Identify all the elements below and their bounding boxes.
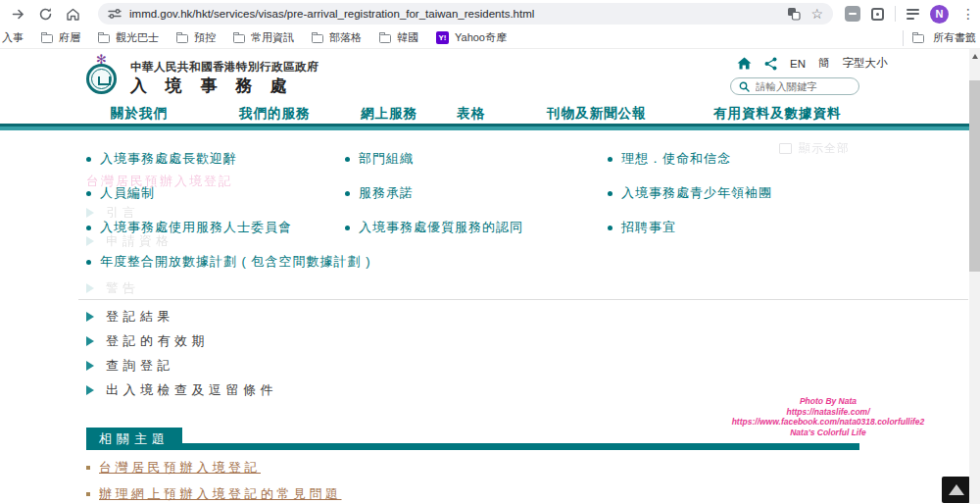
bookmark-star-icon[interactable]: ☆	[810, 6, 823, 22]
menu-item[interactable]: 年度整合開放數據計劃 ( 包含空間數據計劃 )	[86, 255, 371, 269]
folder-icon	[98, 34, 110, 43]
menu-item[interactable]: 部門組織	[345, 152, 523, 166]
browser-window: immd.gov.hk/hkt/services/visas/pre-arriv…	[0, 0, 980, 504]
menu-column-1: 入境事務處處長歡迎辭 人員編制 入境事務處使用服務人士委員會 年度整合開放數據計…	[86, 152, 371, 289]
url-text[interactable]: immd.gov.hk/hkt/services/visas/pre-arriv…	[129, 8, 787, 20]
menu-item[interactable]: 招聘事宜	[608, 221, 772, 234]
toolbar-separator	[895, 6, 896, 22]
bullet-icon	[86, 226, 91, 230]
extension-icon-2[interactable]	[871, 8, 884, 21]
nav-online-services[interactable]: 網上服務	[361, 105, 417, 123]
nav-about-us[interactable]: 關於我們	[111, 105, 168, 123]
bookmark-yahoo[interactable]: Y!Yahoo奇摩	[436, 30, 507, 45]
search-input[interactable]	[756, 80, 849, 92]
section-link[interactable]: 登記的有效期	[86, 333, 277, 348]
bookmark-folder[interactable]: 觀光巴士	[98, 30, 159, 45]
back-to-top-button[interactable]	[942, 477, 970, 503]
bullet-icon	[608, 191, 612, 196]
related-link[interactable]: 台灣居民預辦入境登記	[99, 459, 261, 477]
section-link[interactable]: 出入境檢查及逗留條件	[86, 382, 277, 397]
content-divider	[78, 299, 968, 300]
scrollbar-up-arrow[interactable]	[972, 54, 978, 59]
nav-publications[interactable]: 刊物及新聞公報	[547, 105, 647, 123]
menu-column-2: 部門組織 服務承諾 入境事務處優質服務的認同	[345, 152, 523, 255]
photo-watermark: Photo By Nata https://nataslife.com/ htt…	[652, 396, 980, 437]
nav-forms[interactable]: 表格	[457, 105, 485, 123]
page-sections: 登記結果 登記的有效期 查詢登記 出入境檢查及逗留條件	[86, 309, 277, 407]
all-bookmarks[interactable]: 所有書籤	[903, 30, 976, 46]
menu-item[interactable]: 人員編制	[86, 186, 371, 200]
related-link[interactable]: 辦理網上預辦入境登記的常見問題	[99, 485, 342, 503]
browser-toolbar: immd.gov.hk/hkt/services/visas/pre-arriv…	[0, 0, 980, 27]
site-search[interactable]	[730, 77, 859, 95]
related-topics-title: 相關主題	[86, 428, 182, 450]
arrow-icon	[86, 385, 94, 395]
nav-useful-info[interactable]: 有用資料及數據資料	[713, 105, 842, 123]
reload-icon[interactable]	[33, 2, 57, 25]
watermark-line: Nata's Colorful Life	[652, 428, 980, 438]
site-settings-icon[interactable]	[108, 7, 122, 21]
arrow-icon	[86, 312, 94, 322]
font-size-control[interactable]: 字型大小	[842, 56, 887, 71]
menu-item[interactable]: 理想．使命和信念	[608, 152, 772, 166]
search-icon	[739, 81, 750, 92]
ghost-show-all: 顯示全部	[779, 140, 850, 157]
folder-icon	[41, 34, 53, 43]
menu-column-3: 理想．使命和信念 入境事務處青少年領袖團 招聘事宜	[608, 152, 772, 255]
section-link[interactable]: 查詢登記	[86, 358, 277, 373]
home-icon[interactable]	[61, 2, 84, 25]
translate-icon[interactable]	[787, 7, 801, 21]
scrollbar-thumb[interactable]	[969, 80, 980, 272]
bookmarks-separator	[903, 30, 904, 46]
browser-menu-icon[interactable]: ⋮	[961, 6, 975, 22]
share-icon[interactable]	[764, 57, 777, 71]
bullet-icon	[345, 157, 350, 162]
nav-our-services[interactable]: 我們的服務	[239, 105, 311, 123]
extensions-area: N ⋮	[845, 5, 975, 24]
gov-title: 中華人民共和國香港特別行政區政府	[130, 60, 318, 75]
menu-item[interactable]: 入境事務處處長歡迎辭	[86, 152, 371, 166]
bullet-icon	[345, 191, 350, 196]
watermark-line: https://nataslife.com/	[652, 407, 980, 418]
header-tools: EN 簡 字型大小	[737, 56, 887, 71]
profile-avatar[interactable]: N	[930, 5, 949, 24]
watermark-line: https://www.facebook.com/nata0318.colorf…	[652, 417, 980, 428]
related-link-row: 辦理網上預辦入境登記的常見問題	[86, 485, 342, 503]
reading-list-icon[interactable]	[906, 9, 919, 20]
extension-icon-1[interactable]	[845, 6, 860, 22]
bullet-icon	[608, 157, 612, 162]
arrow-icon	[86, 361, 94, 371]
folder-icon	[312, 34, 323, 43]
bullet-icon	[86, 260, 91, 265]
arrow-icon	[86, 336, 94, 346]
lang-simplified[interactable]: 簡	[818, 56, 830, 71]
site-home-icon[interactable]	[737, 57, 752, 70]
menu-item[interactable]: 入境事務處使用服務人士委員會	[86, 221, 371, 234]
section-link[interactable]: 登記結果	[86, 309, 277, 324]
bookmark-folder[interactable]: 預控	[176, 30, 216, 45]
bullet-icon	[345, 226, 350, 230]
bookmarks-bar: 入事 府層 觀光巴士 預控 常用資訊 部落格 韓國 Y!Yahoo奇摩 所有書籤	[0, 27, 980, 49]
bullet-icon	[86, 191, 91, 196]
bookmark-folder[interactable]: 府層	[41, 30, 80, 45]
immd-logo[interactable]: ✻	[84, 55, 123, 100]
square-bullet-icon	[86, 492, 90, 496]
menu-item[interactable]: 服務承諾	[345, 186, 523, 200]
menu-item[interactable]: 入境事務處青少年領袖團	[608, 186, 772, 200]
related-topics-bar	[86, 443, 859, 450]
bullet-icon	[608, 226, 612, 230]
bookmark-item-cut[interactable]: 入事	[2, 30, 24, 45]
show-all-icon	[779, 143, 792, 154]
logo-emblem	[86, 64, 117, 94]
lang-en[interactable]: EN	[790, 58, 806, 70]
bookmark-folder[interactable]: 韓國	[379, 30, 418, 45]
dept-title: 入 境 事 務 處	[130, 75, 294, 97]
url-bar[interactable]: immd.gov.hk/hkt/services/visas/pre-arriv…	[98, 3, 833, 25]
folder-icon	[379, 34, 391, 43]
folder-icon	[233, 34, 245, 43]
bookmark-folder[interactable]: 部落格	[312, 30, 362, 45]
forward-icon[interactable]	[6, 2, 29, 25]
bookmark-folder[interactable]: 常用資訊	[233, 30, 294, 45]
webpage: ✻ 中華人民共和國香港特別行政區政府 入 境 事 務 處 EN 簡 字型大小 關…	[0, 49, 980, 504]
menu-item[interactable]: 入境事務處優質服務的認同	[345, 221, 523, 234]
